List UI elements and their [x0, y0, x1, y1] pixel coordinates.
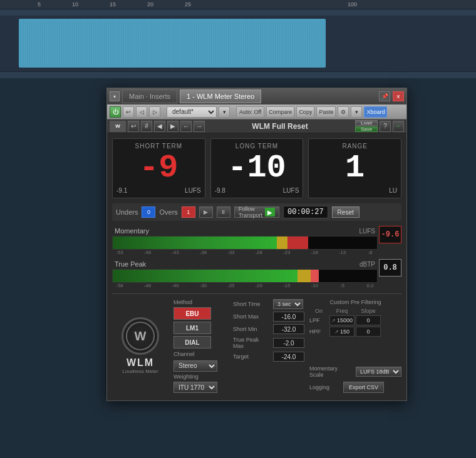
- momentary-scale-row: MomentaryScale LUFS 18dB: [309, 365, 401, 378]
- short-min-input[interactable]: [273, 324, 304, 334]
- timeline: 5 10 15 20 25 100: [0, 0, 476, 9]
- method-ebu-button[interactable]: EBU: [173, 307, 211, 320]
- paste-button[interactable]: Paste: [316, 106, 336, 118]
- weighting-select[interactable]: ITU 1770: [173, 382, 217, 393]
- momentary-dark-fill: [308, 237, 377, 249]
- true-peak-green-fill: [113, 270, 298, 282]
- tb2-undo[interactable]: ↩: [128, 121, 139, 132]
- momentary-combined: Momentary LUFS -5: [112, 226, 401, 255]
- true-peak-scale: -58 -48 -40 -30 -25 -20 -15 -10 -5 0.2: [112, 283, 378, 288]
- auto-label: Auto: Off: [236, 106, 264, 118]
- true-peak-header: True Peak dBTP: [112, 259, 378, 269]
- follow-transport-button[interactable]: FollowTransport ▶: [234, 206, 279, 218]
- title-bar: ▾ Main · Inserts 1 - WLM Meter Stereo 📌 …: [107, 88, 406, 104]
- right-panel: Custom Pre Filtering On Freq Slope LPF ↗…: [309, 299, 401, 393]
- pin-button[interactable]: 📌: [379, 91, 390, 101]
- undo-button[interactable]: ↩: [123, 106, 134, 118]
- preset-menu[interactable]: ▾: [219, 106, 230, 118]
- divider: [112, 293, 401, 294]
- range-label: RANGE: [313, 143, 397, 150]
- short-time-select[interactable]: 3 sec: [273, 299, 303, 309]
- true-peak-yellow-fill: [298, 270, 311, 282]
- momentary-unit: LUFS: [359, 228, 375, 235]
- tb2-fwd[interactable]: →: [194, 121, 205, 132]
- true-peak-main: True Peak dBTP -58 -48 -40 -30: [112, 259, 378, 288]
- load-save-buttons: Load Save: [355, 120, 378, 132]
- track-lane: [0, 16, 476, 72]
- xboard-button[interactable]: Xboard: [364, 106, 387, 118]
- prev-button[interactable]: ◁: [136, 106, 147, 118]
- power-button[interactable]: ⏻: [110, 106, 121, 118]
- minimize-button[interactable]: −: [393, 121, 404, 132]
- filter-title: Custom Pre Filtering: [309, 299, 401, 305]
- help-button[interactable]: ?: [380, 121, 391, 132]
- target-label: Target: [233, 354, 271, 360]
- short-term-sub: -9.1: [116, 187, 127, 194]
- overs-value: 1: [182, 206, 195, 218]
- short-max-row: Short Max: [233, 312, 304, 322]
- save-button[interactable]: Save: [355, 126, 378, 132]
- toolbar1: ⏻ ↩ ◁ ▷ default* ▾ Auto: Off Compare Cop…: [107, 104, 406, 120]
- preset-title: WLM Full Reset: [207, 122, 353, 131]
- arrow-button[interactable]: ▾: [351, 106, 362, 118]
- tab-main-inserts[interactable]: Main · Inserts: [122, 89, 177, 103]
- tb2-next[interactable]: ▶: [167, 121, 178, 132]
- play-button[interactable]: ▶: [199, 206, 213, 218]
- filter-area: Custom Pre Filtering On Freq Slope LPF ↗…: [309, 299, 401, 362]
- meters-row: SHORT TERM -9 -9.1 LUFS LONG TERM -10 -9…: [112, 138, 401, 198]
- tb2-prev[interactable]: ◀: [154, 121, 165, 132]
- true-peak-max-row: True Peak Max: [233, 337, 304, 349]
- channel-label: Channel: [173, 351, 228, 357]
- channel-select[interactable]: Stereo: [173, 360, 217, 372]
- tb2-hash[interactable]: #: [141, 121, 152, 132]
- method-area: Method EBU LM1 DIAL Channel Stereo Weigh…: [173, 299, 228, 393]
- momentary-yellow-fill: [277, 237, 287, 249]
- target-input[interactable]: [273, 352, 304, 362]
- hpf-slope-cell: 0: [356, 327, 381, 337]
- momentary-section: Momentary LUFS -5: [112, 226, 401, 255]
- track-area: [0, 9, 476, 78]
- momentary-green-fill: [113, 237, 277, 249]
- plugin-window: ▾ Main · Inserts 1 - WLM Meter Stereo 📌 …: [106, 88, 407, 401]
- momentary-reading: -9.6: [379, 226, 401, 243]
- load-button[interactable]: Load: [355, 120, 378, 126]
- short-max-input[interactable]: [273, 312, 304, 322]
- momentary-title: Momentary: [115, 227, 149, 235]
- long-term-meter: LONG TERM -10 -9.8 LUFS: [210, 138, 304, 198]
- true-peak-max-input[interactable]: [273, 338, 304, 348]
- method-dial-button[interactable]: DIAL: [173, 336, 211, 349]
- momentary-scale-select[interactable]: LUFS 18dB: [356, 367, 401, 377]
- momentary-scale: -53 -48 -43 -38 -33 -28 -23 -18 -13 -8: [112, 250, 378, 255]
- true-peak-bar: [112, 269, 378, 283]
- compare-button[interactable]: Compare: [266, 106, 294, 118]
- logo-area: W WLM Loudness Meter: [112, 299, 168, 393]
- method-label: Method: [173, 299, 228, 305]
- close-button[interactable]: ×: [393, 91, 404, 101]
- tb2-back[interactable]: ←: [180, 121, 192, 132]
- reset-button[interactable]: Reset: [332, 206, 360, 218]
- short-term-label: SHORT TERM: [116, 143, 201, 150]
- short-max-label: Short Max: [233, 313, 271, 320]
- method-lm1-button[interactable]: LM1: [173, 322, 211, 334]
- filter-freq-header: Freq: [329, 308, 354, 314]
- true-peak-max-label: True Peak Max: [233, 337, 271, 349]
- momentary-main: Momentary LUFS -5: [112, 226, 378, 255]
- weighting-label: Weighting: [173, 374, 228, 380]
- logging-label: Logging: [309, 384, 341, 390]
- pause-button[interactable]: ⏸: [217, 206, 230, 218]
- product-subtitle: Loudness Meter: [122, 369, 158, 375]
- hpf-freq-value: 150: [340, 328, 349, 335]
- short-time-label: Short Time: [233, 301, 271, 307]
- export-csv-button[interactable]: Export CSV: [343, 382, 384, 393]
- short-min-label: Short Min: [233, 326, 271, 332]
- tab-wlm-stereo[interactable]: 1 - WLM Meter Stereo: [180, 89, 261, 103]
- bottom-controls: W WLM Loudness Meter Method EBU LM1 DIAL…: [112, 297, 401, 395]
- waves-logo-svg: W: [125, 320, 156, 352]
- waveform: [19, 19, 326, 68]
- preset-select[interactable]: default*: [167, 106, 217, 118]
- copy-button[interactable]: Copy: [296, 106, 314, 118]
- next-button[interactable]: ▷: [149, 106, 160, 118]
- settings-button[interactable]: ⚙: [338, 106, 349, 118]
- title-arrow[interactable]: ▾: [110, 91, 120, 101]
- true-peak-dark-fill: [319, 270, 377, 282]
